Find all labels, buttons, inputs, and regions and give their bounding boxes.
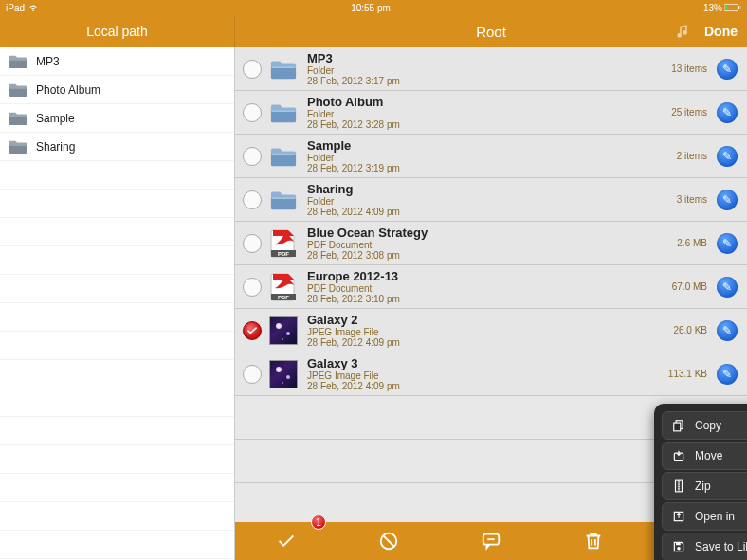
file-row[interactable]: Galaxy 2JPEG Image File28 Feb, 2012 4:09… (235, 309, 747, 352)
file-row[interactable]: MP3Folder28 Feb, 2012 3:17 pm13 items✎ (235, 47, 747, 91)
menu-item-label: Save to Library (695, 540, 747, 553)
file-row[interactable]: Blue Ocean StrategyPDF Document28 Feb, 2… (235, 222, 747, 265)
file-date: 28 Feb, 2012 4:09 pm (307, 207, 677, 217)
selection-badge: 1 (311, 515, 326, 530)
select-checkbox[interactable] (243, 103, 262, 122)
sidebar-item-label: Sharing (36, 140, 75, 154)
file-row[interactable]: SharingFolder28 Feb, 2012 4:09 pm3 items… (235, 178, 747, 222)
menu-item-label: Copy (695, 419, 721, 432)
menu-item-save[interactable]: Save to Library (662, 533, 747, 560)
folder-icon (269, 55, 298, 83)
menu-item-label: Open in (695, 510, 735, 523)
select-checkbox[interactable] (243, 147, 262, 166)
select-checkbox[interactable] (243, 321, 262, 340)
sidebar-item-label: Sample (36, 112, 75, 125)
pencil-icon: ✎ (722, 368, 732, 381)
file-name: MP3 (307, 51, 671, 65)
folder-icon (8, 111, 28, 126)
file-size: 2 items (677, 151, 707, 161)
file-kind: Folder (307, 153, 677, 163)
info-button[interactable]: ✎ (717, 277, 738, 298)
file-name: Europe 2012-13 (307, 269, 672, 283)
info-button[interactable]: ✎ (717, 320, 738, 341)
sidebar-item-sample[interactable]: Sample (0, 104, 234, 133)
file-name: Sharing (307, 182, 677, 196)
check-icon (276, 531, 297, 551)
folder-icon (269, 99, 298, 127)
select-checkbox[interactable] (243, 234, 262, 253)
battery-percent: 13% (703, 3, 722, 13)
file-date: 28 Feb, 2012 3:28 pm (307, 119, 671, 130)
delete-button[interactable] (565, 531, 622, 551)
select-checkbox[interactable] (243, 190, 262, 209)
file-date: 28 Feb, 2012 4:09 pm (307, 381, 668, 391)
select-checkbox[interactable] (243, 278, 262, 297)
file-size: 26.0 KB (673, 325, 707, 335)
file-date: 28 Feb, 2012 3:10 pm (307, 294, 672, 304)
device-label: iPad (6, 3, 25, 13)
info-button[interactable]: ✎ (717, 146, 738, 167)
menu-item-copy[interactable]: Copy (662, 411, 747, 440)
file-size: 25 items (671, 107, 707, 117)
file-size: 113.1 KB (668, 369, 707, 379)
clock: 10:55 pm (351, 3, 391, 13)
file-name: Blue Ocean Strategy (307, 226, 677, 240)
folder-icon (8, 82, 28, 98)
info-button[interactable]: ✎ (717, 233, 738, 254)
openin-icon (672, 510, 685, 523)
file-row[interactable]: Photo AlbumFolder28 Feb, 2012 3:28 pm25 … (235, 91, 747, 135)
file-date: 28 Feb, 2012 4:09 pm (307, 337, 673, 348)
sidebar-item-mp3[interactable]: MP3 (0, 47, 234, 76)
save-icon (672, 540, 685, 553)
svg-rect-2 (738, 6, 739, 9)
file-size: 2.6 MB (677, 238, 707, 248)
file-kind: Folder (307, 109, 671, 119)
file-date: 28 Feb, 2012 3:19 pm (307, 163, 677, 173)
status-bar: iPad 10:55 pm 13% (0, 0, 747, 15)
pencil-icon: ✎ (722, 106, 732, 119)
info-button[interactable]: ✎ (717, 364, 738, 385)
sidebar-item-sharing[interactable]: Sharing (0, 133, 234, 161)
menu-item-move[interactable]: Move (662, 442, 747, 470)
info-button[interactable]: ✎ (717, 190, 738, 210)
file-size: 67.0 MB (672, 281, 707, 292)
actions-button[interactable] (463, 531, 519, 551)
select-all-button[interactable] (258, 531, 315, 551)
file-row[interactable]: Galaxy 3JPEG Image File28 Feb, 2012 4:09… (235, 352, 747, 396)
select-checkbox[interactable] (243, 365, 262, 384)
pencil-icon: ✎ (722, 150, 732, 163)
file-row[interactable]: Europe 2012-13PDF Document28 Feb, 2012 3… (235, 265, 747, 309)
file-name: Sample (307, 138, 677, 153)
file-kind: JPEG Image File (307, 370, 668, 381)
cancel-circle-icon (378, 531, 399, 551)
context-menu: CopyMoveZipOpen inSave to Library (654, 404, 747, 560)
file-kind: JPEG Image File (307, 327, 673, 337)
file-date: 28 Feb, 2012 3:17 pm (307, 76, 671, 86)
file-row[interactable]: SampleFolder28 Feb, 2012 3:19 pm2 items✎ (235, 135, 747, 178)
menu-item-openin[interactable]: Open in (662, 502, 747, 531)
chat-icon (481, 531, 501, 551)
info-button[interactable]: ✎ (717, 102, 738, 123)
svg-rect-1 (725, 6, 727, 10)
done-button[interactable]: Done (704, 24, 747, 39)
image-thumb (269, 360, 298, 388)
file-size: 3 items (677, 194, 707, 205)
file-kind: Folder (307, 196, 677, 207)
menu-item-label: Move (695, 449, 722, 462)
file-kind: Folder (307, 65, 671, 76)
deselect-button[interactable] (360, 531, 417, 551)
check-icon (246, 324, 259, 337)
sidebar: MP3Photo AlbumSampleSharing (0, 47, 235, 560)
select-checkbox[interactable] (243, 60, 262, 79)
sidebar-title: Local path (0, 15, 235, 47)
page-title: Root (235, 24, 747, 40)
info-button[interactable]: ✎ (717, 59, 738, 80)
music-icon[interactable] (675, 23, 692, 40)
sidebar-item-photo-album[interactable]: Photo Album (0, 76, 234, 104)
file-size: 13 items (671, 63, 707, 74)
pencil-icon: ✎ (722, 280, 732, 294)
menu-item-zip[interactable]: Zip (662, 472, 747, 500)
battery-icon (724, 0, 741, 16)
file-name: Galaxy 2 (307, 313, 673, 327)
copy-icon (672, 419, 685, 432)
